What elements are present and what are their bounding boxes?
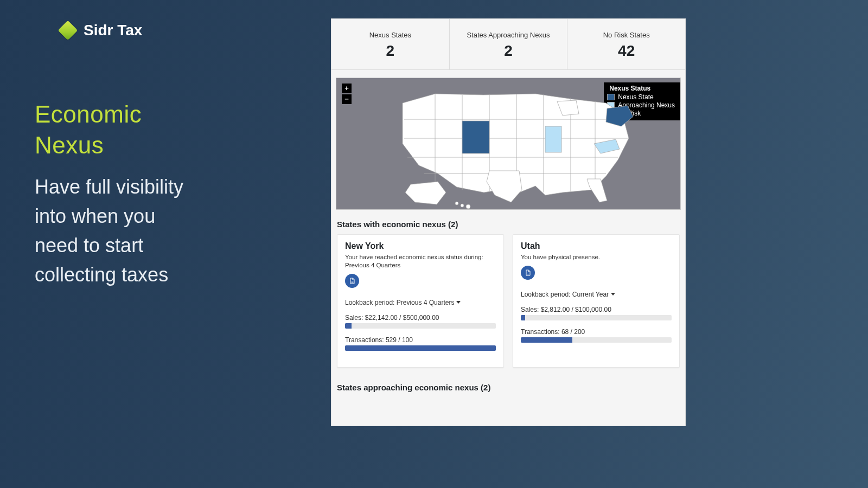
stat-no-risk: No Risk States 42: [567, 19, 685, 69]
sales-progress-bar: [521, 315, 672, 320]
transactions-progress-bar: [345, 345, 496, 351]
stat-label: No Risk States: [572, 31, 681, 39]
marketing-sidebar: Sidr Tax Economic Nexus Have full visibi…: [0, 0, 212, 488]
hero-subtext: Have full visibility into when you need …: [35, 172, 192, 290]
lookback-label: Lookback period: Previous 4 Quarters: [345, 299, 454, 306]
card-description: You have physical presense.: [521, 253, 672, 261]
hero-headline: Economic Nexus: [35, 99, 193, 160]
us-map[interactable]: + − Nexus Status Nexus State Approaching…: [336, 78, 681, 210]
lookback-dropdown[interactable]: Lookback period: Current Year: [521, 291, 672, 298]
sales-bar-fill: [521, 315, 525, 320]
document-icon-button[interactable]: [345, 274, 359, 288]
state-card-new-york: New York Your have reached economic nexu…: [337, 234, 504, 368]
sales-label: Sales: $2,812.00 / $100,000.00: [521, 306, 672, 313]
nexus-dashboard: Nexus States 2 States Approaching Nexus …: [331, 18, 686, 426]
state-hawaii[interactable]: [455, 202, 458, 205]
state-hawaii[interactable]: [461, 204, 464, 207]
card-state-name: New York: [345, 241, 496, 251]
us-map-svg: [373, 84, 644, 209]
stat-label: States Approaching Nexus: [454, 31, 563, 39]
dashboard-wrap: Nexus States 2 States Approaching Nexus …: [212, 0, 868, 488]
brand: Sidr Tax: [61, 22, 193, 39]
card-description: Your have reached economic nexus status …: [345, 253, 496, 269]
brand-name: Sidr Tax: [84, 22, 142, 39]
zoom-in-button[interactable]: +: [342, 84, 352, 93]
sales-label: Sales: $22,142.00 / $500,000.00: [345, 314, 496, 322]
state-new-york[interactable]: [606, 106, 633, 126]
state-hawaii[interactable]: [466, 204, 470, 209]
lookback-label: Lookback period: Current Year: [521, 291, 609, 298]
tx-bar-fill: [521, 337, 572, 343]
chevron-down-icon: [611, 293, 615, 296]
document-icon: [525, 269, 531, 277]
stat-nexus-states: Nexus States 2: [331, 19, 449, 69]
logo-icon: [58, 21, 78, 41]
sales-bar-fill: [345, 323, 352, 329]
card-state-name: Utah: [521, 241, 672, 251]
stat-value: 2: [336, 42, 445, 60]
state-card-utah: Utah You have physical presense. Lookbac…: [513, 234, 680, 368]
stat-value: 2: [454, 42, 563, 60]
document-icon-button[interactable]: [521, 266, 535, 280]
state-alaska[interactable]: [405, 182, 446, 204]
zoom-out-button[interactable]: −: [342, 94, 352, 104]
transactions-label: Transactions: 68 / 200: [521, 328, 672, 336]
transactions-label: Transactions: 529 / 100: [345, 336, 496, 344]
nexus-state-cards: New York Your have reached economic nexu…: [331, 234, 685, 368]
stat-label: Nexus States: [336, 31, 445, 39]
transactions-progress-bar: [521, 337, 672, 343]
section-title-with-nexus: States with economic nexus (2): [337, 220, 685, 229]
state-texas[interactable]: [487, 171, 522, 202]
state-illinois[interactable]: [545, 126, 561, 152]
lookback-dropdown[interactable]: Lookback period: Previous 4 Quarters: [345, 299, 496, 306]
map-zoom-controls: + −: [342, 84, 352, 105]
stat-value: 42: [572, 42, 681, 60]
section-title-approaching: States approaching economic nexus (2): [337, 383, 685, 392]
stat-approaching: States Approaching Nexus 2: [449, 19, 567, 69]
summary-stats: Nexus States 2 States Approaching Nexus …: [331, 19, 685, 70]
state-florida[interactable]: [587, 179, 607, 202]
sales-progress-bar: [345, 323, 496, 329]
chevron-down-icon: [456, 301, 461, 304]
state-utah[interactable]: [462, 121, 489, 153]
tx-bar-fill: [345, 345, 496, 351]
document-icon: [349, 277, 355, 285]
